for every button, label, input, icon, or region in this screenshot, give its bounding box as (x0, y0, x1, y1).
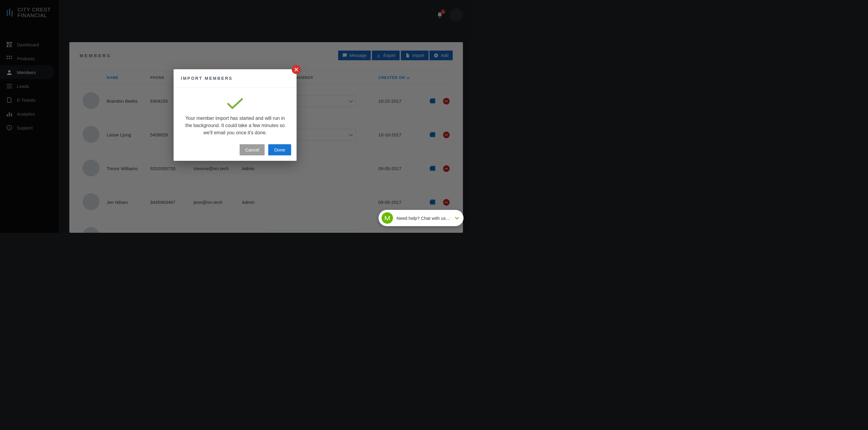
import-modal: IMPORT MEMBERS Your member import has st… (174, 69, 297, 161)
close-icon (294, 67, 299, 72)
modal-message: Your member import has started and will … (184, 115, 286, 136)
check-icon (227, 98, 243, 109)
modal-body: Your member import has started and will … (174, 88, 297, 139)
done-button[interactable]: Done (268, 144, 291, 155)
cancel-button[interactable]: Cancel (240, 144, 265, 155)
chevron-down-icon (455, 216, 459, 221)
app-root: CITY CREST FINANCIAL Dashboard Products … (0, 0, 470, 233)
chat-text: Need help? Chat with us… (397, 216, 450, 221)
chat-logo-icon (381, 212, 393, 224)
chat-widget[interactable]: Need help? Chat with us… (378, 210, 464, 226)
modal-title: IMPORT MEMBERS (174, 69, 297, 88)
modal-close-button[interactable] (292, 65, 301, 74)
modal-footer: Cancel Done (174, 139, 297, 161)
